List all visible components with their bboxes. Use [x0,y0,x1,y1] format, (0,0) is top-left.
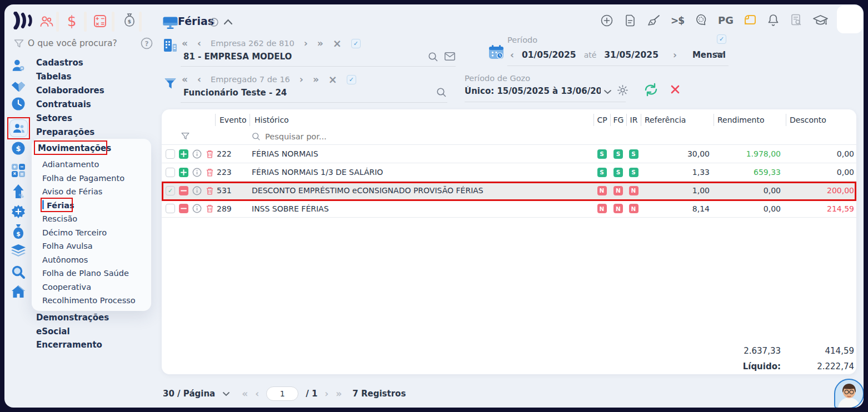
calculator-icon[interactable] [93,14,107,28]
table-row-selected[interactable]: ✓ 531 DESCONTO EMPRÉSTIMO eCONSIGNADO PR… [162,181,856,199]
table-row[interactable]: 289 INSS SOBRE FÉRIAS N N N 8,14 0,00 21… [162,199,856,218]
employee-checkbox[interactable]: ✓ [347,75,356,84]
sidebar-item-colaboradores[interactable]: Colaboradores [36,86,104,96]
next-period-icon[interactable]: › [673,49,677,61]
submenu-item-ferias-active[interactable]: Férias [47,201,74,210]
money-bag-icon[interactable]: $ [11,224,26,240]
user-avatar-placeholder[interactable] [837,6,862,33]
col-referencia[interactable]: Referência [641,115,686,124]
last-page-icon[interactable]: » [336,388,342,399]
employee-search-icon[interactable] [436,87,447,98]
clean-broom-icon[interactable] [647,14,661,27]
row-checkbox[interactable] [166,204,175,213]
sidebar-item-encerramento[interactable]: Encerramento [36,340,102,350]
home-icon[interactable] [11,284,26,299]
row-info-icon[interactable] [192,168,202,177]
payroll-dollar-icon[interactable]: $ [67,13,77,29]
row-info-icon[interactable] [192,149,202,159]
submenu-item-cooperativa[interactable]: Cooperativa [42,283,91,292]
col-desconto[interactable]: Desconto [786,115,826,124]
submenu-item-autonomos[interactable]: Autônomos [42,255,88,264]
add-icon[interactable] [600,14,613,27]
settings-gear-icon[interactable] [11,204,26,219]
submenu-title-movimentacoes[interactable]: Movimentações [38,143,111,153]
sidebar-item-demonstracoes[interactable]: Demonstrações [36,313,109,323]
per-page-select[interactable]: 30 / Página [163,389,215,399]
sidebar-item-setores[interactable]: Setores [36,113,72,123]
gozo-value-select[interactable]: Único: 15/05/2025 à 13/06/2025 ... [465,86,601,96]
gozo-chevron-icon[interactable] [603,89,612,94]
prev-period-icon[interactable]: ‹ [510,49,514,61]
period-mode-chevron-icon[interactable] [716,52,725,57]
page-input[interactable] [266,386,298,401]
period-checkbox[interactable]: ✓ [717,34,726,44]
finance-icon[interactable]: $ [11,141,26,155]
prev-employee-icon[interactable]: ‹ [197,74,201,85]
col-fg[interactable]: FG [613,115,624,124]
per-page-chevron-icon[interactable] [222,391,230,396]
last-company-icon[interactable]: » [317,38,323,49]
row-delete-icon[interactable] [206,204,214,213]
col-ir[interactable]: IR [630,115,638,124]
submenu-item-decimo-terceiro[interactable]: Décimo Terceiro [42,228,107,237]
pg-label[interactable]: PG [718,14,734,26]
team-icon[interactable] [39,14,54,29]
info-icon[interactable] [209,18,218,27]
next-company-icon[interactable]: › [304,38,308,49]
money-transfer-icon[interactable]: >$ [671,15,684,26]
app-logo[interactable] [12,12,34,29]
document-icon[interactable] [623,14,637,27]
notifications-bell-icon[interactable] [767,13,780,27]
help-icon[interactable]: ? [140,37,153,50]
first-page-icon[interactable]: « [242,388,248,399]
sidebar-item-esocial[interactable]: eSocial [36,326,70,336]
submenu-item-recolhimento[interactable]: Recolhimento Processo [42,296,136,305]
last-employee-icon[interactable]: » [313,74,319,85]
company-value[interactable]: 81 - EMPRESA MODELO [183,52,292,62]
clear-company-icon[interactable]: × [333,38,342,49]
calculations-icon[interactable] [11,163,26,178]
row-delete-icon[interactable] [206,186,214,195]
row-delete-icon[interactable] [206,149,214,159]
ai-assistant-icon[interactable] [694,13,708,27]
table-row[interactable]: 222 FÉRIAS NORMAIS S S S 30,00 1.978,00 … [162,144,856,163]
company-search-icon[interactable] [428,52,438,62]
col-cp[interactable]: CP [597,115,607,124]
sidebar-item-tabelas[interactable]: Tabelas [36,72,72,82]
row-checkbox-checked[interactable]: ✓ [166,186,175,195]
submenu-item-adiantamento[interactable]: Adiantamento [42,160,99,169]
next-page-icon[interactable]: › [325,388,328,399]
submenu-item-plano-saude[interactable]: Folha de Plano Saúde [42,269,129,278]
row-info-icon[interactable] [192,204,202,213]
company-checkbox[interactable]: ✓ [351,39,361,48]
next-employee-icon[interactable]: › [300,74,303,85]
notes-icon[interactable] [744,14,757,27]
col-historico[interactable]: Histórico [252,115,289,124]
record-search-icon[interactable] [790,13,803,27]
row-delete-icon[interactable] [206,168,214,177]
clock-icon[interactable] [11,97,26,111]
prev-page-icon[interactable]: ‹ [255,388,259,399]
sidebar-item-preparacoes[interactable]: Preparações [36,127,94,137]
first-employee-icon[interactable]: « [182,74,188,85]
period-end-date[interactable]: 31/05/2025 [604,50,659,60]
period-start-date[interactable]: 01/05/2025 [522,50,576,60]
sidebar-item-cadastros[interactable]: Cadastros [36,58,83,68]
table-row[interactable]: 223 FÉRIAS NORMAIS 1/3 DE SALÁRIO S S S … [162,163,856,181]
row-info-icon[interactable] [192,186,202,195]
sidebar-search-input[interactable] [28,36,136,51]
layers-icon[interactable] [11,244,26,258]
sidebar-item-contratuais[interactable]: Contratuais [36,99,91,109]
collapse-chevron-icon[interactable] [223,19,233,25]
refresh-icon[interactable] [643,83,659,97]
employee-value[interactable]: Funcionário Teste - 24 [183,88,287,98]
col-evento[interactable]: Evento [217,115,247,124]
handshake-icon[interactable] [11,81,26,93]
row-checkbox[interactable] [166,149,175,159]
increase-icon[interactable]: % [11,184,26,199]
row-checkbox[interactable] [166,168,175,177]
submenu-item-aviso-ferias[interactable]: Aviso de Férias [42,187,102,196]
col-rendimento[interactable]: Rendimento [714,115,765,124]
budget-bag-icon[interactable]: $ [122,12,137,29]
table-search-input[interactable] [265,132,432,141]
